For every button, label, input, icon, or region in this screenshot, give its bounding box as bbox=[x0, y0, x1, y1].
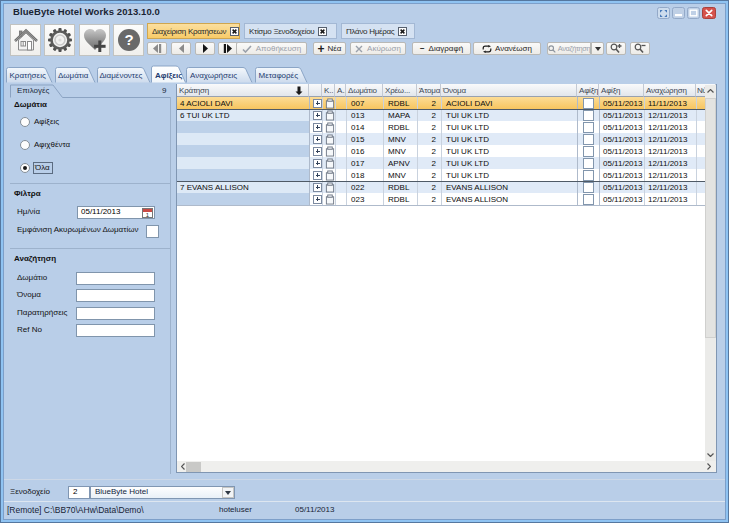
svg-text:Αφίξεις: Αφίξεις bbox=[155, 71, 182, 80]
svg-text:Αναχωρήσεις: Αναχωρήσεις bbox=[190, 71, 237, 80]
svg-text:Διαμένοντες: Διαμένοντες bbox=[100, 71, 143, 80]
svg-text:Δωμάτια: Δωμάτια bbox=[58, 71, 89, 80]
svg-text:Κρατήσεις: Κρατήσεις bbox=[10, 71, 46, 80]
svg-text:Μεταφορές: Μεταφορές bbox=[259, 71, 299, 80]
svg-text:?: ? bbox=[124, 31, 133, 48]
